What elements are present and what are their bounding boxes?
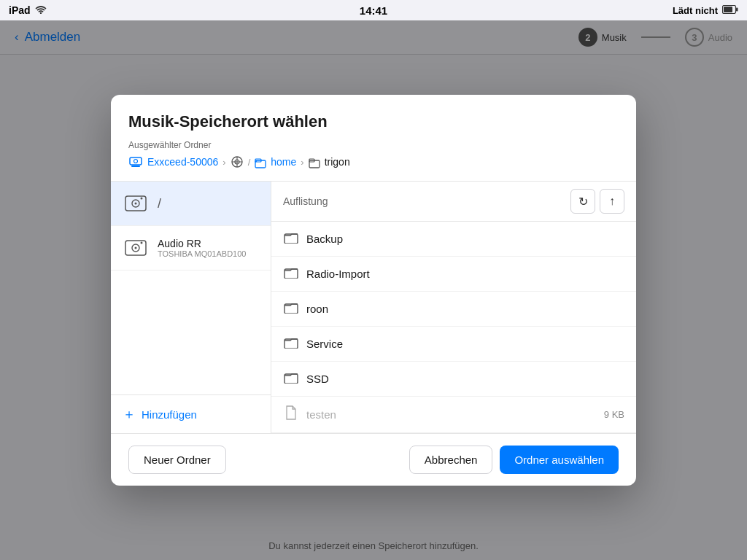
file-item-radio-import[interactable]: Radio-Import [271, 257, 636, 292]
sidebar-audio-rr-icon [123, 235, 149, 261]
breadcrumb-folder-home-icon [255, 155, 266, 168]
folder-ssd-icon [283, 370, 299, 387]
refresh-button[interactable]: ↻ [570, 189, 595, 214]
toolbar-label: Auflistung [283, 195, 328, 207]
modal-overlay: Musik-Speicherort wählen Ausgewählter Or… [0, 20, 747, 560]
breadcrumb-sep-2: › [301, 157, 303, 168]
folder-roon-icon [283, 300, 299, 317]
dialog-footer: Neuer Ordner Abbrechen Ordner auswählen [111, 433, 636, 486]
sidebar-item-root[interactable]: / [111, 182, 271, 226]
device-sidebar: / [111, 182, 271, 433]
dialog-body: / [111, 182, 636, 433]
sidebar-root-name: / [158, 196, 259, 211]
charging-label: Lädt nicht [673, 5, 718, 16]
file-item-backup[interactable]: Backup [271, 222, 636, 257]
file-name-service: Service [306, 338, 624, 350]
device-label: iPad [9, 4, 31, 16]
folder-radio-import-icon [283, 265, 299, 282]
footer-right-buttons: Abbrechen Ordner auswählen [409, 446, 619, 474]
breadcrumb-sep-slash: / [248, 157, 251, 168]
new-folder-button[interactable]: Neuer Ordner [128, 446, 226, 474]
breadcrumb-device-icon [128, 155, 143, 169]
file-name-ssd: SSD [306, 373, 624, 385]
file-item-testen[interactable]: testen 9 KB [271, 397, 636, 433]
file-item-service[interactable]: Service [271, 327, 636, 362]
file-testen-icon [283, 405, 299, 424]
svg-point-5 [134, 160, 138, 163]
add-label: Hinzufügen [142, 408, 197, 421]
dialog: Musik-Speicherort wählen Ausgewählter Or… [111, 95, 636, 486]
breadcrumb-sep-1: › [222, 157, 225, 168]
file-item-roon[interactable]: roon [271, 292, 636, 327]
svg-point-0 [39, 12, 41, 14]
svg-rect-4 [130, 158, 142, 165]
folder-service-icon [283, 335, 299, 352]
breadcrumb-folder-trigon-icon [309, 155, 320, 168]
app-background: ‹ Abmelden 2 Musik 3 Audio Musik-Speiche… [0, 20, 747, 560]
svg-rect-2 [736, 7, 738, 11]
file-size-testen: 9 KB [604, 409, 624, 420]
select-folder-button[interactable]: Ordner auswählen [500, 446, 619, 474]
status-bar-left: iPad [9, 4, 47, 16]
breadcrumb-device-name: Exxceed-50006 [147, 156, 218, 168]
breadcrumb-home[interactable]: home [271, 156, 296, 168]
file-name-testen: testen [306, 408, 597, 421]
sidebar-root-text: / [158, 196, 259, 211]
file-name-radio-import: Radio-Import [306, 268, 624, 280]
dialog-title: Musik-Speicherort wählen [128, 112, 619, 131]
breadcrumb: Exxceed-50006 › / [128, 155, 619, 169]
toolbar-buttons: ↻ ↑ [570, 189, 624, 214]
status-bar-right: Lädt nicht [673, 5, 738, 16]
dialog-header: Musik-Speicherort wählen Ausgewählter Or… [111, 95, 636, 182]
up-button[interactable]: ↑ [600, 189, 624, 214]
wifi-icon [35, 4, 47, 16]
breadcrumb-trigon: trigon [325, 156, 350, 168]
sidebar-item-audio-rr[interactable]: Audio RR TOSHIBA MQ01ABD100 [111, 226, 271, 271]
svg-rect-3 [724, 7, 732, 12]
breadcrumb-home-name: home [271, 156, 296, 168]
breadcrumb-label: Ausgewählter Ordner [128, 140, 619, 150]
sidebar-footer: ＋ Hinzufügen [111, 394, 271, 433]
status-bar-time: 14:41 [360, 4, 387, 17]
cancel-button[interactable]: Abbrechen [409, 446, 493, 474]
svg-point-22 [141, 242, 143, 244]
sidebar-audio-rr-name: Audio RR [158, 238, 259, 249]
file-panel: Auflistung ↻ ↑ [271, 182, 636, 433]
breadcrumb-root-icon [231, 155, 244, 168]
svg-point-18 [141, 198, 143, 200]
file-panel-toolbar: Auflistung ↻ ↑ [271, 182, 636, 222]
breadcrumb-device[interactable]: Exxceed-50006 [147, 156, 218, 168]
battery-icon [722, 5, 738, 16]
folder-backup-icon [283, 230, 299, 247]
status-bar: iPad 14:41 Lädt nicht [0, 0, 747, 20]
sidebar-audio-rr-text: Audio RR TOSHIBA MQ01ABD100 [158, 238, 259, 258]
svg-rect-6 [131, 166, 140, 167]
add-plus-icon: ＋ [123, 405, 136, 423]
sidebar-audio-rr-sub: TOSHIBA MQ01ABD100 [158, 249, 259, 258]
svg-point-17 [135, 203, 137, 205]
file-name-roon: roon [306, 303, 624, 315]
file-list: Backup Radio-Import [271, 222, 636, 433]
breadcrumb-trigon-name: trigon [325, 156, 350, 168]
sidebar-root-icon [123, 190, 149, 217]
file-name-backup: Backup [306, 233, 624, 245]
sidebar-list: / [111, 182, 271, 394]
svg-point-21 [135, 247, 137, 249]
file-item-ssd[interactable]: SSD [271, 362, 636, 397]
add-location-button[interactable]: ＋ Hinzufügen [123, 405, 197, 423]
